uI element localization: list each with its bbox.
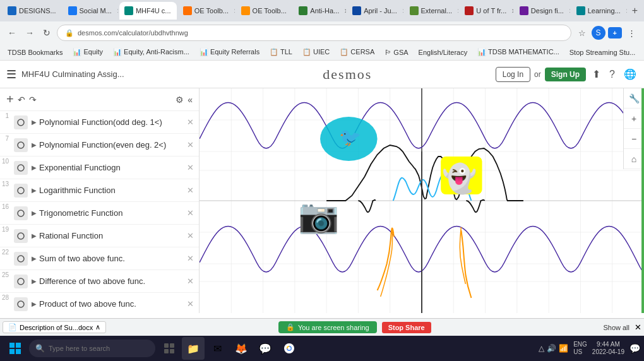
tab-mhf4u[interactable]: MHF4U c... ✕ [119, 2, 177, 20]
help-button[interactable]: ? [607, 66, 617, 83]
firefox-icon[interactable]: 🦊 [230, 337, 253, 360]
expand-arrow[interactable]: ▶ [32, 164, 37, 171]
redo-button[interactable]: ↷ [29, 95, 37, 105]
expand-arrow[interactable]: ▶ [32, 187, 37, 194]
menu-button[interactable]: ☰ [6, 68, 16, 81]
bookmark-english[interactable]: English/Literacy [416, 47, 470, 57]
item-toggle[interactable] [14, 252, 28, 266]
item-close-button[interactable]: ✕ [187, 299, 194, 309]
item-close-button[interactable]: ✕ [187, 231, 194, 240]
profile-icon[interactable]: S [592, 26, 605, 40]
undo-button[interactable]: ↶ [18, 95, 25, 105]
sidebar-collapse-button[interactable]: « [188, 95, 193, 105]
expand-arrow[interactable]: ▶ [32, 210, 37, 216]
tab-oe2[interactable]: OE Toolb... ✕ [236, 2, 293, 20]
item-toggle[interactable] [14, 206, 28, 220]
graph-canvas[interactable]: 🐦 👻 📷 [200, 88, 644, 313]
mail-icon[interactable]: ✉ [206, 337, 229, 360]
item-close-button[interactable]: ✕ [187, 276, 194, 286]
chrome-icon[interactable] [278, 337, 301, 360]
add-expression-button[interactable]: + [6, 92, 14, 107]
new-tab-button[interactable]: + [628, 5, 641, 16]
tab-close[interactable]: ✕ [292, 8, 293, 15]
bookmark-tll[interactable]: 📋 TLL [267, 47, 295, 57]
tab-close[interactable]: ✕ [234, 8, 235, 15]
tab-close[interactable]: ✕ [569, 8, 570, 15]
extensions-icon[interactable]: ⋮ [624, 27, 639, 39]
tab-design-fi[interactable]: Design fi... ✕ [515, 2, 570, 20]
tab-designs[interactable]: DESIGNS... ✕ [3, 2, 62, 20]
search-icon: 🔍 [35, 344, 45, 353]
tab-close[interactable]: ✕ [457, 8, 458, 15]
expand-arrow[interactable]: ▶ [32, 119, 37, 126]
tab-april[interactable]: April - Ju... ✕ [347, 2, 403, 20]
bookmark-stop[interactable]: Stop Streaming Stu... [567, 47, 638, 57]
globe-button[interactable]: 🌐 [621, 66, 639, 83]
update-button[interactable]: + [608, 27, 622, 38]
refresh-button[interactable]: ↻ [40, 27, 53, 39]
item-toggle[interactable] [14, 115, 28, 129]
bookmark-cersa[interactable]: 📋 CERSA [337, 47, 377, 57]
file-explorer-icon[interactable]: 📁 [182, 337, 205, 360]
tab-learning[interactable]: Learning... ✕ [571, 2, 627, 20]
item-close-button[interactable]: ✕ [187, 186, 194, 195]
bookmark-tdsb-math[interactable]: 📊 TDSB MATHEMATIC... [475, 47, 562, 57]
tab-close[interactable]: ✕ [626, 8, 627, 15]
tab-close[interactable]: ✕ [61, 8, 62, 15]
signup-button[interactable]: Sign Up [545, 68, 586, 81]
item-toggle[interactable] [14, 297, 28, 311]
taskbar-icons: 📁 ✉ 🦊 💬 [158, 337, 301, 360]
header-right: Log In or Sign Up ⬆ ? 🌐 [496, 66, 644, 83]
item-close-button[interactable]: ✕ [187, 163, 194, 172]
item-close-button[interactable]: ✕ [187, 117, 194, 127]
task-view-icon[interactable] [158, 337, 181, 360]
tab-uoft[interactable]: U of T fr... ✕ [460, 2, 513, 20]
forward-button[interactable]: → [23, 27, 37, 39]
expand-arrow[interactable]: ▶ [32, 141, 37, 148]
item-toggle[interactable] [14, 138, 28, 152]
bookmark-icon[interactable]: ☆ [575, 27, 589, 39]
show-all-button[interactable]: Show all [603, 324, 629, 331]
share-button[interactable]: ⬆ [590, 66, 603, 83]
address-bar[interactable]: 🔒 desmos.com/calculator/ubdhvthnwg [57, 25, 571, 41]
sidebar-settings-button[interactable]: ⚙ [176, 95, 184, 105]
bookmark-equity-ref[interactable]: 📊 Equity Referrals [197, 47, 262, 57]
search-bar[interactable]: 🔍 [29, 340, 155, 357]
tab-anti[interactable]: Anti-Ha... ✕ [294, 2, 346, 20]
tab-oe1[interactable]: OE Toolb... ✕ [178, 2, 235, 20]
item-toggle[interactable] [14, 229, 28, 243]
bookmark-tdsb[interactable]: TDSB Bookmarks [5, 47, 65, 57]
expand-arrow[interactable]: ▶ [32, 300, 37, 307]
file-bar-close[interactable]: ✕ [635, 323, 641, 332]
tab-close[interactable]: ✕ [344, 8, 346, 15]
search-input[interactable] [49, 345, 137, 352]
stop-share-button[interactable]: Stop Share [382, 322, 431, 333]
teams-icon[interactable]: 💬 [254, 337, 277, 360]
item-close-button[interactable]: ✕ [187, 208, 194, 218]
item-close-button[interactable]: ✕ [187, 254, 194, 263]
tab-close[interactable]: ✕ [117, 8, 118, 15]
item-toggle[interactable] [14, 184, 28, 198]
doc-download[interactable]: 📄 Description of Su...docx ∧ [3, 321, 106, 333]
item-close-button[interactable]: ✕ [187, 140, 194, 150]
item-toggle[interactable] [14, 161, 28, 175]
tab-external[interactable]: External... ✕ [405, 2, 459, 20]
item-toggle[interactable] [14, 275, 28, 288]
tab-social[interactable]: Social M... ✕ [63, 2, 118, 20]
expand-arrow[interactable]: ▶ [32, 278, 37, 285]
taskbar-right: △🔊📶 ENGUS 9:44 AM 2022-04-19 💬 [539, 341, 640, 356]
back-button[interactable]: ← [5, 27, 19, 39]
expand-arrow[interactable]: ▶ [32, 255, 37, 262]
expand-arrow[interactable]: ▶ [32, 232, 37, 239]
tab-close[interactable]: ✕ [511, 8, 513, 15]
tab-close[interactable]: ✕ [176, 8, 177, 15]
bookmark-uiec[interactable]: 📋 UIEC [300, 47, 332, 57]
bookmark-gsa[interactable]: 🏳 GSA [382, 47, 410, 57]
tab-close[interactable]: ✕ [402, 8, 403, 15]
bookmark-equity-anti[interactable]: 📊 Equity, Anti-Racism... [110, 47, 192, 57]
screen-sharing-banner: 🔒 You are screen sharing [278, 321, 377, 333]
login-button[interactable]: Log In [496, 67, 530, 82]
start-button[interactable] [4, 337, 27, 360]
bookmark-equity[interactable]: 📊 Equity [70, 47, 105, 57]
notification-bell[interactable]: 💬 [629, 343, 640, 353]
